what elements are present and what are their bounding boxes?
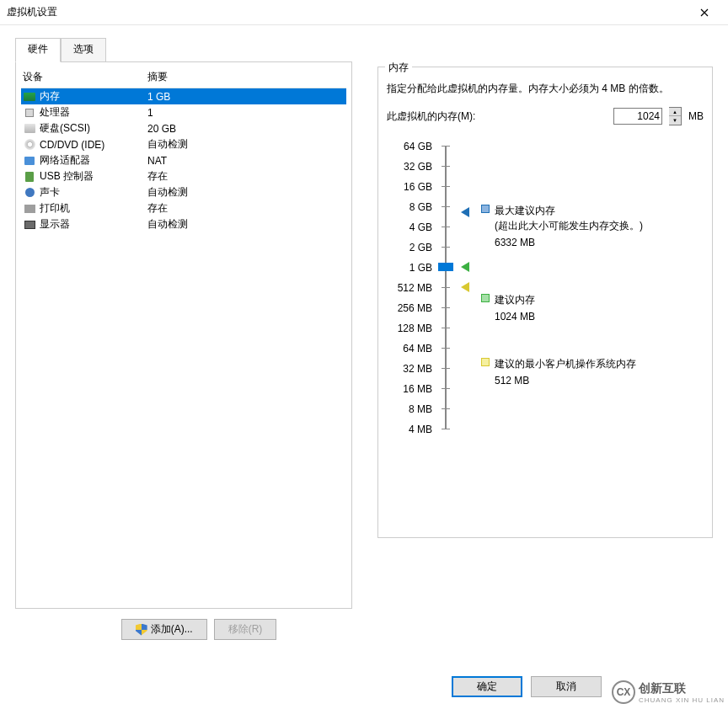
sound-icon bbox=[23, 186, 36, 200]
device-name: USB 控制器 bbox=[40, 169, 147, 184]
memory-input-label: 此虚拟机的内存(M): bbox=[387, 109, 475, 124]
device-name: 打印机 bbox=[40, 201, 147, 216]
tick-label: 4 MB bbox=[409, 424, 432, 435]
tick-label: 512 MB bbox=[398, 282, 432, 294]
square-green-icon bbox=[481, 294, 490, 302]
slider-tick-labels: 64 GB32 GB16 GB8 GB4 GB2 GB1 GB512 MB256… bbox=[387, 141, 432, 435]
device-summary: 自动检测 bbox=[147, 217, 345, 232]
device-summary: 自动检测 bbox=[147, 185, 345, 200]
tab-hardware[interactable]: 硬件 bbox=[15, 38, 61, 62]
legend-recommended: 建议内存 1024 MB bbox=[481, 292, 535, 324]
device-row[interactable]: 网络适配器NAT bbox=[21, 152, 346, 168]
device-list: 内存1 GB处理器1硬盘(SCSI)20 GBCD/DVD (IDE)自动检测网… bbox=[21, 88, 346, 603]
cd-icon bbox=[23, 138, 36, 152]
tick-label: 256 MB bbox=[398, 302, 432, 314]
watermark-logo-icon: CX bbox=[612, 680, 635, 704]
col-summary: 摘要 bbox=[147, 70, 168, 84]
window-title: 虚拟机设置 bbox=[7, 5, 688, 19]
device-row[interactable]: 处理器1 bbox=[21, 104, 346, 120]
memory-icon bbox=[23, 90, 36, 104]
legend-min: 建议的最小客户机操作系统内存 512 MB bbox=[481, 356, 636, 388]
device-row[interactable]: 内存1 GB bbox=[21, 88, 346, 104]
groupbox-title: 内存 bbox=[385, 61, 412, 75]
tick-label: 16 GB bbox=[404, 181, 432, 193]
marker-min-icon bbox=[461, 282, 469, 292]
close-button[interactable] bbox=[688, 1, 721, 24]
device-summary: 存在 bbox=[147, 201, 345, 216]
square-blue-icon bbox=[481, 205, 490, 213]
slider-markers bbox=[459, 141, 476, 434]
remove-button: 移除(R) bbox=[214, 619, 277, 640]
device-name: 硬盘(SCSI) bbox=[40, 121, 147, 136]
device-row[interactable]: 显示器自动检测 bbox=[21, 216, 346, 232]
cpu-icon bbox=[23, 106, 36, 120]
device-panel: 设备 摘要 内存1 GB处理器1硬盘(SCSI)20 GBCD/DVD (IDE… bbox=[15, 61, 352, 609]
spin-up-icon[interactable]: ▲ bbox=[669, 108, 681, 116]
memory-slider[interactable] bbox=[437, 141, 454, 434]
tick-label: 32 MB bbox=[403, 363, 432, 375]
dialog-footer: 确定 取消 bbox=[452, 676, 602, 697]
device-name: 显示器 bbox=[40, 217, 147, 232]
watermark: CX 创新互联 CHUANG XIN HU LIAN bbox=[612, 680, 725, 704]
tab-bar: 硬件 选项 bbox=[15, 37, 728, 61]
legend-max: 最大建议内存 (超出此大小可能发生内存交换。) 6332 MB bbox=[481, 203, 643, 250]
device-summary: 自动检测 bbox=[147, 137, 345, 152]
tab-options[interactable]: 选项 bbox=[61, 38, 106, 62]
tick-label: 64 GB bbox=[404, 141, 432, 152]
device-name: 声卡 bbox=[40, 185, 147, 200]
device-row[interactable]: 硬盘(SCSI)20 GB bbox=[21, 120, 346, 136]
col-device: 设备 bbox=[23, 70, 147, 84]
tick-label: 4 GB bbox=[410, 221, 432, 233]
slider-thumb[interactable] bbox=[438, 263, 453, 271]
tick-label: 8 GB bbox=[410, 201, 432, 213]
device-row[interactable]: 声卡自动检测 bbox=[21, 184, 346, 200]
ok-button[interactable]: 确定 bbox=[452, 676, 522, 697]
device-row[interactable]: USB 控制器存在 bbox=[21, 168, 346, 184]
display-icon bbox=[23, 218, 36, 232]
device-summary: 20 GB bbox=[147, 123, 345, 135]
device-table-header: 设备 摘要 bbox=[21, 67, 346, 88]
printer-icon bbox=[23, 202, 36, 216]
square-yellow-icon bbox=[481, 358, 490, 366]
device-row[interactable]: CD/DVD (IDE)自动检测 bbox=[21, 136, 346, 152]
memory-unit: MB bbox=[688, 110, 704, 122]
tick-label: 2 GB bbox=[410, 242, 432, 253]
usb-icon bbox=[23, 170, 36, 184]
memory-input[interactable] bbox=[613, 108, 662, 125]
cancel-button[interactable]: 取消 bbox=[531, 676, 602, 697]
spin-down-icon[interactable]: ▼ bbox=[669, 116, 681, 125]
add-button[interactable]: 添加(A)... bbox=[121, 619, 207, 640]
tick-label: 8 MB bbox=[409, 403, 432, 415]
tick-label: 128 MB bbox=[398, 323, 432, 334]
device-name: 处理器 bbox=[40, 105, 147, 120]
network-icon bbox=[23, 154, 36, 168]
device-row[interactable]: 打印机存在 bbox=[21, 200, 346, 216]
memory-spinner[interactable]: ▲ ▼ bbox=[669, 107, 682, 125]
memory-groupbox: 内存 指定分配给此虚拟机的内存量。内存大小必须为 4 MB 的倍数。 此虚拟机的… bbox=[377, 67, 713, 538]
marker-recommended-icon bbox=[461, 262, 469, 272]
tick-label: 1 GB bbox=[410, 262, 432, 274]
device-summary: 1 GB bbox=[147, 91, 345, 103]
device-summary: NAT bbox=[147, 155, 345, 167]
slider-legends: 最大建议内存 (超出此大小可能发生内存交换。) 6332 MB 建议内存 102… bbox=[481, 141, 704, 435]
device-summary: 存在 bbox=[147, 169, 345, 184]
device-name: 内存 bbox=[40, 89, 147, 104]
tick-label: 32 GB bbox=[404, 161, 432, 173]
device-summary: 1 bbox=[147, 107, 345, 119]
titlebar: 虚拟机设置 bbox=[0, 0, 728, 25]
tick-label: 64 MB bbox=[403, 343, 432, 354]
shield-icon bbox=[136, 624, 147, 636]
marker-max-icon bbox=[461, 207, 469, 217]
device-name: CD/DVD (IDE) bbox=[40, 139, 147, 151]
memory-description: 指定分配给此虚拟机的内存量。内存大小必须为 4 MB 的倍数。 bbox=[387, 81, 704, 97]
hdd-icon bbox=[23, 122, 36, 136]
device-name: 网络适配器 bbox=[40, 153, 147, 168]
tick-label: 16 MB bbox=[403, 383, 432, 395]
